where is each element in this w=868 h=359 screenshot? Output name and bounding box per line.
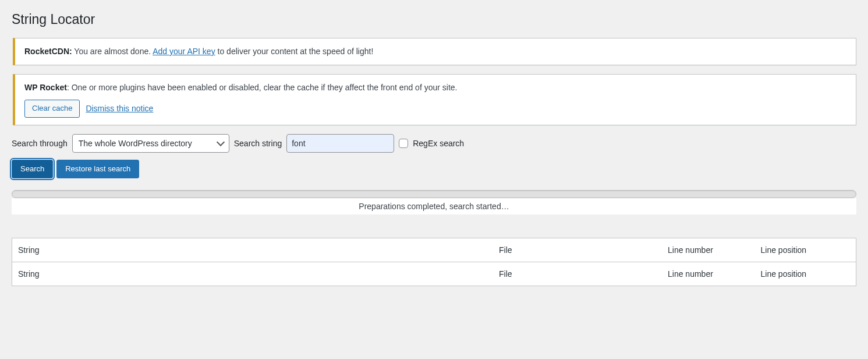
rocketcdn-notice: RocketCDN: You are almost done. Add your… [13, 38, 856, 65]
results-table: String File Line number Line position St… [12, 238, 856, 286]
rocketcdn-prefix: RocketCDN: [24, 47, 72, 56]
restore-last-search-button[interactable]: Restore last search [56, 160, 139, 178]
regex-label: RegEx search [413, 139, 464, 148]
wprocket-prefix: WP Rocket [24, 83, 67, 92]
col-footer-position[interactable]: Line position [755, 262, 856, 286]
rocketcdn-text-before: You are almost done. [72, 47, 153, 56]
search-through-label: Search through [12, 139, 68, 148]
progress-section: Preparations completed, search started… [12, 190, 856, 214]
search-string-label: Search string [234, 139, 282, 148]
search-button[interactable]: Search [12, 160, 53, 178]
rocketcdn-text-after: to deliver your content at the speed of … [215, 47, 374, 56]
page-title: String Locator [12, 12, 856, 27]
col-header-line[interactable]: Line number [662, 238, 755, 262]
wprocket-message: : One or more plugins have been enabled … [67, 83, 458, 92]
search-status-text: Preparations completed, search started… [12, 198, 856, 214]
col-header-string[interactable]: String [12, 238, 494, 262]
table-header-row: String File Line number Line position [12, 238, 856, 262]
search-form-row: Search through The whole WordPress direc… [12, 134, 856, 153]
progress-bar [12, 190, 856, 198]
search-through-select[interactable]: The whole WordPress directory [72, 134, 229, 153]
search-string-input[interactable] [286, 134, 394, 153]
col-footer-file[interactable]: File [493, 262, 662, 286]
add-api-key-link[interactable]: Add your API key [153, 47, 215, 56]
dismiss-notice-link[interactable]: Dismiss this notice [86, 103, 153, 115]
col-header-file[interactable]: File [493, 238, 662, 262]
wprocket-notice: WP Rocket: One or more plugins have been… [13, 74, 856, 125]
table-footer-row: String File Line number Line position [12, 262, 856, 286]
col-footer-string[interactable]: String [12, 262, 494, 286]
col-footer-line[interactable]: Line number [662, 262, 755, 286]
clear-cache-button[interactable]: Clear cache [24, 100, 80, 118]
col-header-position[interactable]: Line position [755, 238, 856, 262]
regex-checkbox[interactable] [399, 139, 408, 148]
